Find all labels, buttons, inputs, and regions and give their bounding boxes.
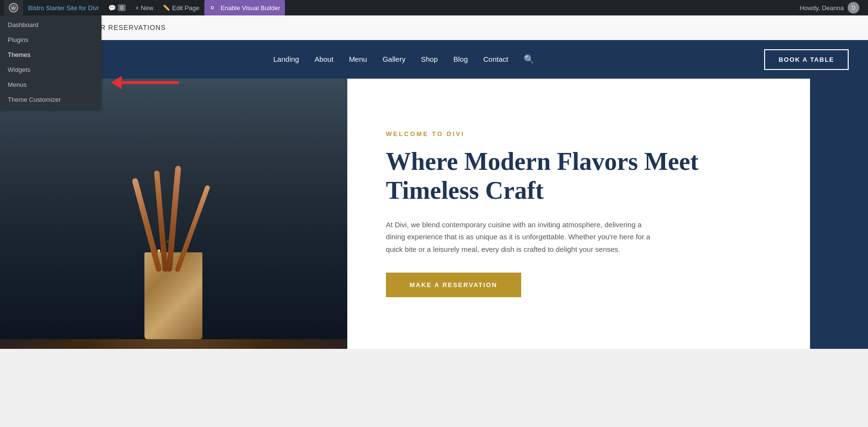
nav-blog[interactable]: Blog [453,55,468,63]
arrow-indicator [111,76,179,89]
hero-title: Where Modern Flavors Meet Timeless Craft [386,147,771,205]
arrow-body [111,76,179,89]
new-bar-item[interactable]: + New [130,0,158,15]
comment-icon: 💬 [108,4,116,12]
avatar-initial: D [852,5,855,11]
nav-contact[interactable]: Contact [484,55,509,63]
hero-side-panel [810,79,868,349]
wp-logo-icon: W [9,3,18,13]
hero-content: WELCOME TO DIVI Where Modern Flavors Mee… [347,79,810,349]
nav-about[interactable]: About [314,55,333,63]
nav-shop[interactable]: Shop [421,55,438,63]
enable-builder-label: Enable Visual Builder [221,4,280,12]
nav-landing[interactable]: Landing [273,55,299,63]
admin-bar: W Bistro Starter Site for Divi 💬 0 + New… [0,0,868,15]
new-label: + New [135,4,153,12]
dropdown-menus[interactable]: Menus [0,77,101,92]
dropdown-theme-customizer[interactable]: Theme Customizer [0,92,101,107]
make-reservation-button[interactable]: MAKE A RESERVATION [386,273,521,297]
top-bar: 📞 (255) 352-6258 FOR RESERVATIONS [0,15,868,40]
hero-description: At Divi, we blend contemporary cuisine w… [386,219,656,256]
search-icon[interactable]: 🔍 [524,55,534,64]
dropdown-dashboard[interactable]: Dashboard [0,17,101,32]
paper-bag-container [135,243,212,339]
nav-gallery[interactable]: Gallery [383,55,406,63]
svg-text:W: W [12,6,16,11]
seed-2 [167,240,169,243]
breadstick-scene [0,79,347,339]
edit-label: Edit Page [172,4,199,12]
site-wrapper: 📞 (255) 352-6258 FOR RESERVATIONS D Land… [0,15,868,349]
hero-section: WELCOME TO DIVI Where Modern Flavors Mee… [0,79,868,349]
arrow-line [121,81,179,84]
comment-count: 0 [118,4,126,11]
dropdown-themes[interactable]: Themes [0,47,101,62]
book-table-button[interactable]: BOOK A TABLE [764,49,849,70]
appearance-dropdown: Dashboard Plugins Themes Widgets Menus T… [0,15,101,109]
enable-visual-builder-btn[interactable]: D Enable Visual Builder [204,0,285,15]
wp-logo-menu[interactable]: W [4,0,23,15]
user-avatar: D [848,2,859,14]
edit-page-bar-item[interactable]: ✏️ Edit Page [158,0,204,15]
bag-body [144,252,202,339]
edit-pencil-icon: ✏️ [163,4,170,11]
food-visual [0,79,347,349]
arrow-head [111,76,122,89]
howdy-text: Howdy, Deanna [799,4,844,12]
site-navigation: D Landing About Menu Gallery Shop Blog C… [0,40,868,79]
dropdown-plugins[interactable]: Plugins [0,32,101,47]
site-name-text: Bistro Starter Site for Divi [28,4,99,12]
site-name-bar-item[interactable]: Bistro Starter Site for Divi [23,0,103,15]
hero-subtitle: WELCOME TO DIVI [386,130,771,138]
nav-links-list: Landing About Menu Gallery Shop Blog Con… [273,54,534,65]
comments-bar-item[interactable]: 💬 0 [103,0,130,15]
admin-bar-right: Howdy, Deanna D [799,2,864,14]
nav-menu[interactable]: Menu [349,55,367,63]
hero-image [0,79,347,349]
divi-d-icon: D [209,4,216,11]
dropdown-widgets[interactable]: Widgets [0,62,101,77]
